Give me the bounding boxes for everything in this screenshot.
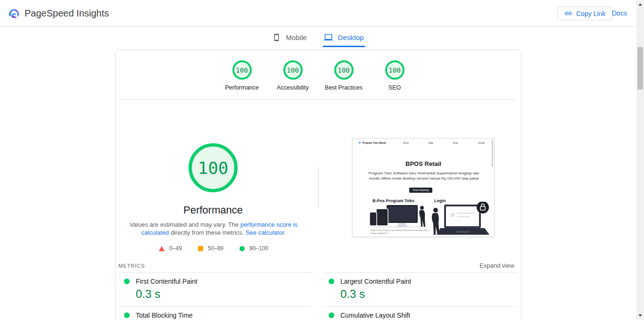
score-seo[interactable]: 100 SEO (369, 60, 420, 91)
category-scores: 100 Performance 100 Accessibility 100 Be… (116, 60, 521, 91)
tab-mobile-label: Mobile (286, 33, 306, 41)
thumb-nav-links: Home Data Order Kontak (403, 142, 485, 144)
metric-name: Cumulative Layout Shift (340, 312, 410, 319)
performance-section-title: Performance (142, 204, 284, 216)
metric-value: 0.3 s (136, 287, 313, 301)
pagespeed-logo-icon (8, 7, 20, 20)
score-accessibility[interactable]: 100 Accessibility (267, 60, 318, 91)
score-best-practices-gauge: 100 (334, 60, 354, 80)
score-best-practices[interactable]: 100 Best Practices (318, 60, 369, 91)
score-disclaimer: Values are estimated and may vary. The p… (128, 221, 299, 237)
pass-circle-icon (239, 246, 245, 251)
expand-view-button[interactable]: Expand view (479, 262, 514, 269)
thumb-nav-item: Kontak (478, 142, 485, 144)
metric-first-contentful-paint: First Contentful Paint 0.3 s (118, 272, 313, 306)
tab-desktop[interactable]: Desktop (322, 27, 365, 47)
pagespeed-insights-page: PageSpeed Insights Copy Link Docs Mobile… (0, 0, 644, 320)
metric-total-blocking-time: Total Blocking Time (118, 306, 313, 320)
smartphone-icon (272, 33, 281, 41)
score-range-legend: 0–49 50–89 90–100 (128, 245, 299, 252)
score-performance-label: Performance (225, 84, 259, 91)
pass-dot-icon (329, 279, 334, 284)
thumb-nav-item: Home (403, 142, 409, 144)
score-accessibility-gauge: 100 (283, 60, 303, 80)
scrollbar-up-arrow-icon[interactable] (638, 3, 642, 6)
thumb-left-title: B-Pos Program Toko (372, 198, 414, 203)
thumb-hero-title: BPOS Retail (353, 160, 494, 167)
login-illustration (427, 202, 491, 236)
pass-dot-icon (124, 312, 130, 318)
page-title: PageSpeed Insights (25, 0, 109, 26)
tab-mobile[interactable]: Mobile (271, 27, 308, 47)
score-accessibility-label: Accessibility (277, 84, 309, 91)
metric-name: Total Blocking Time (136, 312, 193, 319)
thumb-brand-text: Program Toko Murah (363, 141, 386, 144)
thumb-left-caption: Software Toko Program Toko Desktop Offli… (371, 229, 431, 235)
thumb-mini-scrollbar (492, 139, 493, 167)
legend-pass-range: 90–100 (239, 245, 268, 252)
vertical-divider (318, 166, 319, 208)
see-calculator-link[interactable]: See calculator (246, 229, 284, 236)
device-tabs: Mobile Desktop (0, 27, 636, 47)
metric-name: First Contentful Paint (136, 278, 198, 285)
app-header: PageSpeed Insights Copy Link Docs (0, 0, 644, 27)
link-icon (564, 9, 572, 17)
legend-average-label: 50–89 (208, 245, 223, 252)
legend-fail-range: 0–49 (159, 245, 182, 252)
thumb-hero-text: Program Toko Software toko minimarket su… (367, 171, 480, 181)
copy-link-label: Copy Link (576, 10, 605, 17)
score-performance-gauge: 100 (232, 60, 252, 80)
score-seo-label: SEO (388, 84, 401, 91)
metrics-grid: First Contentful Paint 0.3 s Largest Con… (118, 272, 517, 320)
average-square-icon (198, 246, 203, 251)
score-performance[interactable]: 100 Performance (216, 60, 267, 91)
devices-illustration (369, 204, 428, 229)
thumb-site-nav: Program Toko Murah Home Data Order Konta… (353, 139, 490, 147)
scrollbar-thumb[interactable] (637, 47, 643, 90)
disclaimer-text: Values are estimated and may vary. The (130, 221, 240, 228)
laptop-icon (324, 33, 333, 42)
disclaimer-text: . (284, 229, 286, 236)
active-tab-underline (322, 46, 365, 47)
section-divider (119, 99, 517, 100)
report-card: 100 Performance 100 Accessibility 100 Be… (115, 49, 521, 320)
score-best-practices-label: Best Practices (325, 84, 363, 91)
docs-link[interactable]: Docs (612, 0, 627, 26)
thumb-nav-item: Data (429, 142, 433, 144)
metrics-header: METRICS Expand view (118, 262, 514, 269)
metric-name: Largest Contentful Paint (340, 278, 411, 285)
disclaimer-text: directly from these metrics. (169, 229, 246, 236)
pass-dot-icon (124, 279, 130, 284)
metric-value: 0.3 s (340, 287, 517, 301)
legend-pass-label: 90–100 (249, 245, 268, 252)
score-seo-gauge: 100 (385, 60, 405, 80)
thumb-brand-icon (358, 141, 361, 144)
metrics-section-title: METRICS (118, 263, 145, 269)
legend-fail-label: 0–49 (169, 245, 182, 252)
metric-cumulative-layout-shift: Cumulative Layout Shift (323, 306, 517, 320)
pass-dot-icon (329, 312, 334, 318)
thumb-nav-item: Order (453, 142, 458, 144)
legend-average-range: 50–89 (198, 245, 223, 252)
tab-desktop-label: Desktop (338, 33, 364, 41)
final-screenshot-thumbnail[interactable]: Program Toko Murah Home Data Order Konta… (352, 138, 495, 237)
copy-link-button[interactable]: Copy Link (557, 7, 612, 20)
thumb-hero-button: Pesan Sekarang (409, 188, 432, 193)
scrollbar-down-arrow-icon[interactable] (638, 314, 642, 317)
metric-largest-contentful-paint: Largest Contentful Paint 0.3 s (323, 272, 517, 306)
performance-score-gauge: 100 (189, 143, 238, 192)
browser-scrollbar[interactable] (636, 0, 644, 320)
fail-triangle-icon (159, 246, 165, 251)
thumb-site-brand: Program Toko Murah (358, 141, 386, 144)
